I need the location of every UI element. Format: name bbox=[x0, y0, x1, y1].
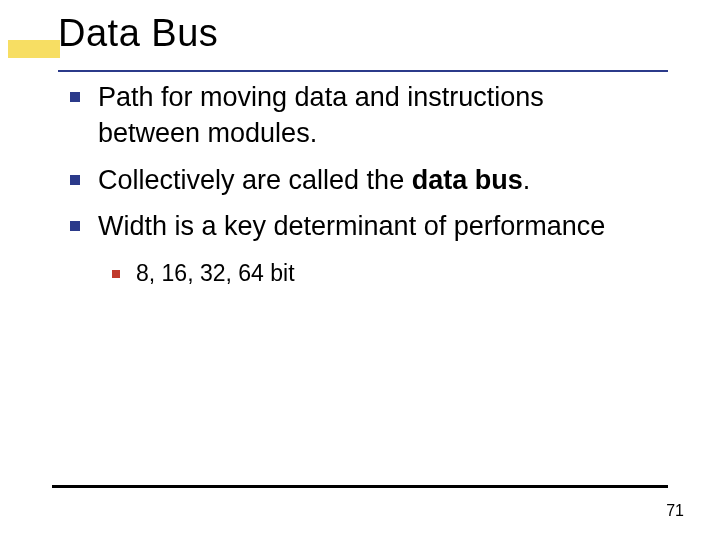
bullet-list: Path for moving data and instructions be… bbox=[98, 79, 650, 289]
bullet-text-post: . bbox=[523, 165, 531, 195]
page-number: 71 bbox=[666, 502, 684, 520]
bullet-item: Width is a key determinant of performanc… bbox=[98, 208, 650, 288]
bullet-text: Path for moving data and instructions be… bbox=[98, 82, 544, 148]
sub-bullet-list: 8, 16, 32, 64 bit bbox=[98, 259, 650, 289]
bullet-text: Width is a key determinant of performanc… bbox=[98, 211, 605, 241]
title-underline bbox=[58, 70, 668, 72]
footer-rule bbox=[52, 485, 668, 488]
square-bullet-icon bbox=[70, 175, 80, 185]
square-bullet-icon bbox=[112, 270, 120, 278]
bullet-text-bold: data bus bbox=[412, 165, 523, 195]
square-bullet-icon bbox=[70, 92, 80, 102]
sub-bullet-text: 8, 16, 32, 64 bit bbox=[136, 260, 295, 286]
bullet-text-pre: Collectively are called the bbox=[98, 165, 412, 195]
square-bullet-icon bbox=[70, 221, 80, 231]
sub-bullet-item: 8, 16, 32, 64 bit bbox=[136, 259, 650, 289]
slide-title: Data Bus bbox=[58, 12, 720, 55]
bullet-item: Path for moving data and instructions be… bbox=[98, 79, 650, 152]
title-accent-box bbox=[8, 40, 60, 58]
slide-body: Path for moving data and instructions be… bbox=[0, 55, 720, 289]
bullet-item: Collectively are called the data bus. bbox=[98, 162, 650, 198]
slide-title-area: Data Bus bbox=[0, 0, 720, 55]
